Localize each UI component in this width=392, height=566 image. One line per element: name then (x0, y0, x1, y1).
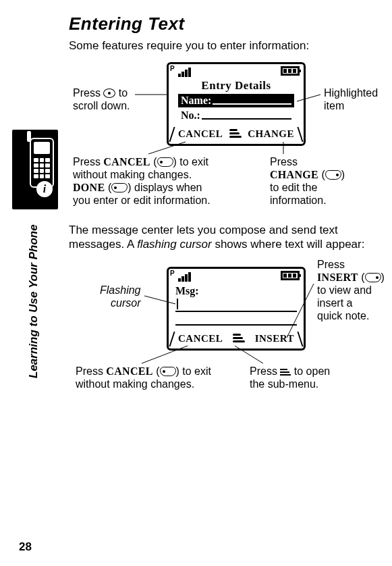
softkey-bar: CANCEL CHANGE (173, 126, 300, 141)
field-name-underline (213, 94, 291, 105)
callout-flashing-cursor: Flashing cursor (100, 284, 140, 309)
battery-icon (281, 271, 300, 280)
callout-scroll: Press to scroll down. (73, 86, 130, 112)
left-softkey-icon (111, 183, 128, 192)
page-number: 28 (19, 540, 32, 554)
status-bar: P (169, 64, 304, 79)
field-no-underline (202, 109, 291, 120)
page-title: Entering Text (69, 14, 185, 34)
softkey-insert[interactable]: INSERT (250, 333, 300, 344)
flashing-cursor (177, 299, 178, 309)
msg-label: Msg: (175, 285, 199, 297)
callout-insert: Press INSERT () to view and insert a qui… (317, 258, 385, 322)
field-name-label: Name: (181, 94, 211, 107)
field-name-highlighted: Name: (178, 94, 294, 107)
field-no-label: No.: (181, 109, 200, 122)
info-sidebar-icon: i (12, 130, 58, 209)
paragraph-message-center: The message center lets you compose and … (69, 223, 385, 251)
softkey-change[interactable]: CHANGE (242, 128, 300, 140)
phone-illustration-icon (30, 138, 54, 188)
softkey-bar: CANCEL INSERT (173, 331, 300, 346)
right-softkey-icon (365, 273, 381, 282)
text-line (175, 324, 297, 326)
section-label: Learning to Use Your Phone (27, 224, 40, 378)
menu-icon[interactable] (233, 334, 245, 343)
left-softkey-icon (160, 367, 176, 376)
text-line (175, 311, 297, 312)
callout-highlighted: Highlighted item (324, 86, 378, 112)
intro-text: Some features require you to enter infor… (69, 39, 309, 53)
callout-cancel-2: Press CANCEL () to exit without making c… (76, 365, 211, 390)
signal-bars-icon (173, 66, 193, 77)
phone-screen-msg: P Msg: CANCEL INSERT (167, 267, 306, 351)
callout-cancel-done: Press CANCEL () to exit without making c… (73, 155, 211, 207)
softkey-cancel[interactable]: CANCEL (173, 333, 228, 344)
phone-screen-entry-details: P Entry Details Name: No.: CANCEL CHANGE (167, 62, 306, 146)
softkey-cancel[interactable]: CANCEL (173, 128, 228, 140)
callout-menu: Press to open the sub-menu. (250, 365, 330, 390)
status-bar: P (169, 269, 304, 284)
screen-title: Entry Details (169, 79, 304, 93)
right-softkey-icon (325, 170, 341, 180)
left-softkey-icon (157, 157, 173, 167)
manual-page: Entering Text Some features require you … (0, 0, 392, 566)
navigation-key-icon (103, 88, 115, 98)
info-bubble-icon: i (36, 181, 53, 197)
menu-key-icon (280, 369, 291, 376)
signal-bars-icon (173, 271, 193, 282)
battery-icon (281, 66, 300, 76)
menu-icon[interactable] (229, 129, 242, 138)
field-no: No.: (178, 109, 294, 122)
callout-change: Press CHANGE () to edit the information. (270, 155, 345, 207)
